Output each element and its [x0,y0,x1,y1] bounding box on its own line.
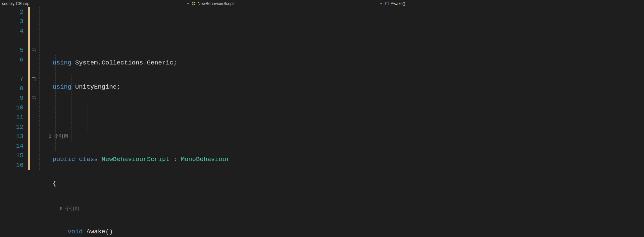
code-line[interactable]: using UnityEngine; [36,82,644,92]
modified-line-marker [28,26,30,36]
vertical-scrollbar[interactable] [639,7,644,237]
modified-line-marker [28,65,30,74]
line-number: 3 [0,17,24,26]
svg-rect-3 [194,4,195,5]
line-number: 15 [0,151,24,161]
line-number: 14 [0,141,24,151]
line-number: 4 [0,26,24,36]
line-number: 7 [0,74,24,84]
code-area[interactable]: using System.Collections.Generic; using … [36,7,644,237]
line-number [0,36,24,46]
modified-line-marker [28,141,30,151]
breadcrumb-bar: sembly-CSharp ▾ NewBehaviourScript ▾ Awa… [0,0,644,7]
line-number: 9 [0,94,24,103]
breadcrumb-project-label: sembly-CSharp [2,1,29,6]
code-line[interactable]: void Awake() [36,227,644,237]
breadcrumb-method[interactable]: ▾ Awake() [377,0,407,7]
modified-line-marker [28,103,30,113]
line-number: 13 [0,132,24,141]
modified-line-marker [28,55,30,65]
breadcrumb-method-label: Awake() [391,1,405,6]
codelens-references[interactable]: 0 个引用 [36,131,644,140]
line-number: 8 [0,84,24,94]
modified-line-marker [28,17,30,26]
modified-line-marker [28,36,30,46]
modified-line-marker [28,151,30,161]
breadcrumb-project[interactable]: sembly-CSharp [0,0,31,7]
line-number [0,65,24,74]
modified-line-marker [28,132,30,141]
code-line[interactable]: using System.Collections.Generic; [36,58,644,68]
modified-line-marker [28,84,30,94]
horizontal-rule [73,168,639,168]
modified-line-marker [28,46,30,55]
breadcrumb-class[interactable]: ▾ NewBehaviourScript [184,0,236,7]
modified-line-marker [28,161,30,170]
breadcrumb-class-label: NewBehaviourScript [198,1,234,6]
fold-toggle[interactable]: − [32,77,35,81]
code-line[interactable] [36,106,644,116]
class-icon [192,1,196,6]
modified-line-marker [28,122,30,132]
fold-toggle[interactable]: − [32,49,35,52]
code-editor[interactable]: 2 3 4 5 6 7 8 9 10 11 12 13 14 15 16 [0,7,644,237]
line-number: 10 [0,103,24,113]
line-number: 2 [0,7,24,17]
change-indicator-margin [28,7,31,237]
line-number: 16 [0,161,24,170]
breadcrumb-separator: ▾ [379,1,383,6]
svg-rect-2 [192,4,194,5]
fold-toggle[interactable]: − [32,97,35,100]
line-number: 6 [0,55,24,65]
code-line[interactable]: { [36,179,644,188]
codelens-references[interactable]: 0 个引用 [36,203,644,213]
breadcrumb-separator: ▾ [186,1,190,6]
line-number: 12 [0,122,24,132]
svg-rect-0 [192,2,194,3]
line-number-gutter: 2 3 4 5 6 7 8 9 10 11 12 13 14 15 16 [0,7,28,237]
modified-line-marker [28,7,30,17]
line-number: 5 [0,46,24,55]
modified-line-marker [28,113,30,122]
fold-margin: − − − [31,7,36,237]
modified-line-marker [28,74,30,84]
modified-line-marker [28,94,30,103]
code-line[interactable]: public class NewBehaviourScript : MonoBe… [36,155,644,164]
line-number: 11 [0,113,24,122]
method-icon [385,1,389,6]
svg-rect-1 [194,2,195,3]
